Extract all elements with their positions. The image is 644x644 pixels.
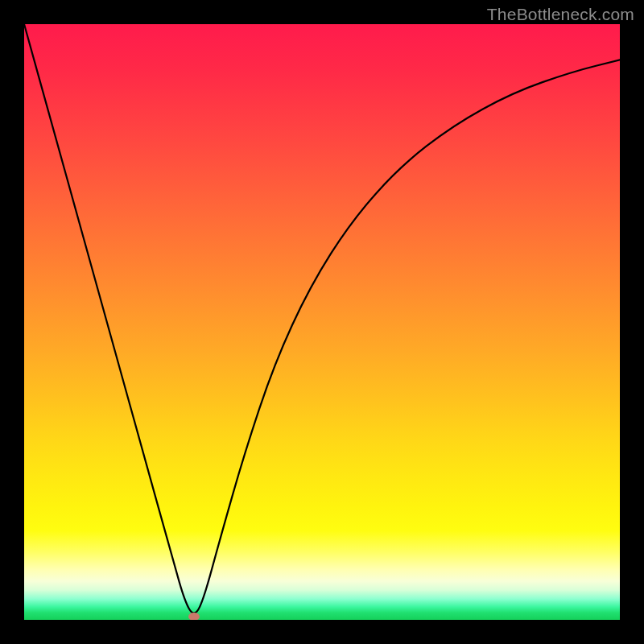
optimum-marker	[188, 613, 200, 620]
watermark-label: TheBottleneck.com	[487, 5, 634, 24]
chart-frame: TheBottleneck.com	[0, 0, 644, 644]
plot-area	[24, 24, 620, 620]
bottleneck-curve	[24, 24, 620, 620]
